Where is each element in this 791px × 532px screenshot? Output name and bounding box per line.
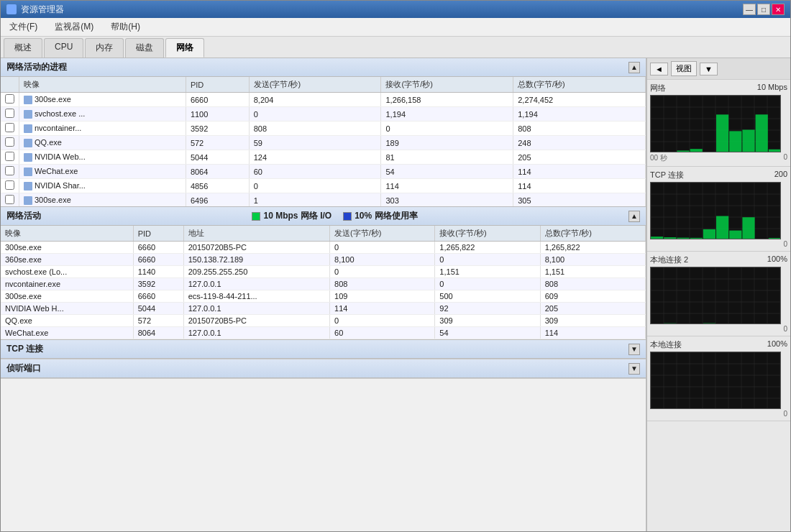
table-row[interactable]: NVIDIA Shar... 4856 0 114 114 xyxy=(1,179,646,193)
row-image: 300se.exe xyxy=(1,242,133,254)
row-recv: 54 xyxy=(381,165,513,179)
table-row[interactable]: 360se.exe 6660 150.138.72.189 8,100 0 8,… xyxy=(1,254,646,266)
row-total: 1,265,822 xyxy=(540,242,645,254)
row-checkbox[interactable] xyxy=(5,195,14,204)
collapse-active-processes-button[interactable]: ▲ xyxy=(628,62,640,73)
table-row[interactable]: nvcontainer.exe 3592 127.0.0.1 808 0 808 xyxy=(1,278,646,290)
row-image: svchost.exe ... xyxy=(19,107,186,121)
expand-ports-button[interactable]: ▼ xyxy=(628,363,640,375)
col-image2[interactable]: 映像 xyxy=(1,226,133,242)
menu-monitor[interactable]: 监视器(M) xyxy=(49,19,99,35)
tab-overview[interactable]: 概述 xyxy=(4,38,42,58)
table-row[interactable]: svchost.exe ... 1100 0 1,194 1,194 xyxy=(1,107,646,121)
network-activity-section: 网络活动 10 Mbps 网络 I/O 10% 网络使用率 ▲ xyxy=(1,207,646,340)
row-send: 8,100 xyxy=(330,254,435,266)
svg-rect-78 xyxy=(703,324,715,324)
row-check xyxy=(1,165,19,179)
table-row[interactable]: 300se.exe 6660 ecs-119-8-44-211... 109 5… xyxy=(1,290,646,303)
tcp-connections-title: TCP 连接 xyxy=(6,343,43,355)
network-active-processes-table: 映像 PID 发送(字节/秒) 接收(字节/秒) 总数(字节/秒) 300se.… xyxy=(1,77,646,206)
row-pid: 8064 xyxy=(186,165,249,179)
row-recv: 54 xyxy=(435,327,540,339)
row-pid: 6660 xyxy=(133,254,183,266)
row-checkbox[interactable] xyxy=(5,152,14,161)
row-send: 0 xyxy=(249,179,381,193)
row-check xyxy=(1,93,19,107)
svg-rect-47 xyxy=(664,237,676,239)
table-row[interactable]: WeChat.exe 8064 127.0.0.1 60 54 114 xyxy=(1,327,646,339)
chart-bottom-right-tcp: 0 xyxy=(783,240,787,248)
row-pid: 5044 xyxy=(186,150,249,165)
network-activity-table: 映像 PID 地址 发送(字节/秒) 接收(字节/秒) 总数(字节/秒) 300… xyxy=(1,226,646,339)
table-row[interactable]: NVIDIA Web... 5044 124 81 205 xyxy=(1,150,646,165)
legend-io: 10 Mbps 网络 I/O xyxy=(252,210,332,222)
svg-rect-75 xyxy=(664,324,676,324)
row-send: 60 xyxy=(330,327,435,339)
chart-bottom-left-network: 00 秒 xyxy=(650,153,667,163)
col-pid2[interactable]: PID xyxy=(133,226,183,242)
row-checkbox[interactable] xyxy=(5,180,14,190)
chart-svg-local xyxy=(651,352,781,409)
network-activity-title: 网络活动 xyxy=(6,210,41,222)
maximize-button[interactable]: □ xyxy=(757,4,770,15)
row-checkbox[interactable] xyxy=(5,94,14,104)
table-row[interactable]: NVIDIA Web H... 5044 127.0.0.1 114 92 20… xyxy=(1,303,646,315)
chart-svg-local2 xyxy=(651,267,781,324)
back-button[interactable]: ◄ xyxy=(650,63,668,75)
menubar: 文件(F) 监视器(M) 帮助(H) xyxy=(1,18,790,37)
table-row[interactable]: nvcontainer... 3592 808 0 808 xyxy=(1,121,646,136)
chart-name-network: 网络 xyxy=(650,83,666,93)
main-window: 资源管理器 — □ ✕ 文件(F) 监视器(M) 帮助(H) 概述 CPU 内存… xyxy=(0,0,791,532)
col-recv2[interactable]: 接收(字节/秒) xyxy=(435,226,540,242)
network-activity-header: 网络活动 10 Mbps 网络 I/O 10% 网络使用率 ▲ xyxy=(1,207,646,226)
row-total: 609 xyxy=(540,290,645,303)
tcp-connections-header[interactable]: TCP 连接 ▼ xyxy=(1,340,646,359)
dropdown-button[interactable]: ▼ xyxy=(700,63,718,75)
col-addr[interactable]: 地址 xyxy=(183,226,329,242)
row-send: 59 xyxy=(249,136,381,150)
col-total2[interactable]: 总数(字节/秒) xyxy=(540,226,645,242)
table-row[interactable]: 300se.exe 6660 8,204 1,266,158 2,274,452 xyxy=(1,93,646,107)
col-recv[interactable]: 接收(字节/秒) xyxy=(381,77,513,93)
listening-ports-header[interactable]: 侦听端口 ▼ xyxy=(1,359,646,378)
row-send: 124 xyxy=(249,150,381,165)
col-pid[interactable]: PID xyxy=(186,77,249,93)
col-image[interactable]: 映像 xyxy=(19,77,186,93)
table-row[interactable]: svchost.exe (Lo... 1140 209.255.255.250 … xyxy=(1,266,646,278)
close-button[interactable]: ✕ xyxy=(772,4,785,15)
tab-network[interactable]: 网络 xyxy=(165,38,204,58)
col-send2[interactable]: 发送(字节/秒) xyxy=(330,226,435,242)
network-active-processes-scroll[interactable]: 映像 PID 发送(字节/秒) 接收(字节/秒) 总数(字节/秒) 300se.… xyxy=(1,77,646,206)
table-row[interactable]: WeChat.exe 8064 60 54 114 xyxy=(1,165,646,179)
col-total[interactable]: 总数(字节/秒) xyxy=(513,77,646,93)
row-checkbox[interactable] xyxy=(5,137,14,147)
table-row[interactable]: QQ.exe 572 59 189 248 xyxy=(1,136,646,150)
menu-file[interactable]: 文件(F) xyxy=(4,19,43,35)
svg-rect-52 xyxy=(729,231,741,239)
col-send[interactable]: 发送(字节/秒) xyxy=(249,77,381,93)
chart-section-local2: 本地连接 2 100% 0 xyxy=(647,252,790,336)
chart-bottom-right-local: 0 xyxy=(783,410,787,418)
minimize-button[interactable]: — xyxy=(743,4,756,15)
tab-disk[interactable]: 磁盘 xyxy=(125,38,164,58)
table-row[interactable]: 300se.exe 6496 1 303 305 xyxy=(1,193,646,207)
row-checkbox[interactable] xyxy=(5,109,14,118)
view-button[interactable]: 视图 xyxy=(671,61,697,76)
row-checkbox[interactable] xyxy=(5,123,14,132)
collapse-network-activity-button[interactable]: ▲ xyxy=(628,211,640,222)
menu-help[interactable]: 帮助(H) xyxy=(105,19,146,35)
row-image: NVIDIA Shar... xyxy=(19,179,186,193)
row-checkbox[interactable] xyxy=(5,166,14,175)
table-row[interactable]: 300se.exe 6660 20150720B5-PC 0 1,265,822… xyxy=(1,242,646,254)
table-row[interactable]: QQ.exe 572 20150720B5-PC 0 309 309 xyxy=(1,315,646,327)
tab-memory[interactable]: 内存 xyxy=(85,38,124,58)
network-activity-scroll[interactable]: 映像 PID 地址 发送(字节/秒) 接收(字节/秒) 总数(字节/秒) 300… xyxy=(1,226,646,339)
right-toolbar: ◄ 视图 ▼ xyxy=(647,58,790,80)
activity-header-row: 映像 PID 地址 发送(字节/秒) 接收(字节/秒) 总数(字节/秒) xyxy=(1,226,646,242)
svg-rect-48 xyxy=(677,238,689,239)
row-image: WeChat.exe xyxy=(19,165,186,179)
row-pid: 3592 xyxy=(133,278,183,290)
expand-tcp-button[interactable]: ▼ xyxy=(628,344,640,355)
title-bar-buttons: — □ ✕ xyxy=(743,4,785,15)
tab-cpu[interactable]: CPU xyxy=(44,38,83,58)
